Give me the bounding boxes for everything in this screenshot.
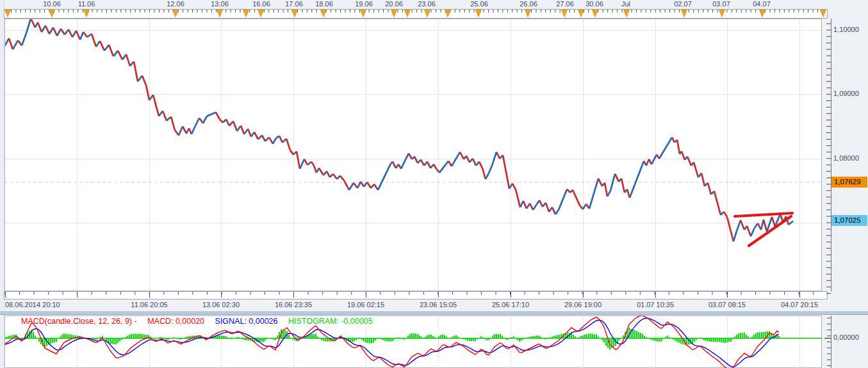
top-axis-date-label: 19.06 (355, 0, 373, 8)
top-axis-date-label: 27.06 (556, 0, 574, 8)
macd-formula-label: MACD(candle.Close, 12, 26, 9) - (21, 317, 137, 326)
top-axis-date-label: 25.06 (470, 0, 488, 8)
price-axis-label: 1,10000 (833, 26, 859, 33)
price-axis-ruler (826, 19, 831, 293)
top-axis-date-label: 18.06 (315, 0, 333, 8)
top-axis-date-label: 12.06 (167, 0, 184, 8)
top-axis-date-label: 26.06 (520, 0, 537, 8)
top-axis-date-label: 04.07 (753, 0, 771, 8)
top-axis-date-label: 13.06 (211, 0, 229, 8)
macd-value-label: MACD: 0,00020 (147, 317, 204, 326)
bottom-axis-time-label: 25.06 17:10 (492, 301, 529, 308)
top-axis-date-label: 02.07 (674, 0, 692, 8)
top-axis-date-label: 16.06 (252, 0, 270, 8)
top-axis-date-label: Jul (621, 0, 630, 8)
alert-price-tag[interactable]: 1,07629 (831, 177, 867, 188)
top-date-ruler (4, 10, 828, 19)
histogram-value-label: HISTOGRAM: -0,00005 (288, 317, 373, 326)
price-axis-label: 1,09000 (833, 90, 859, 97)
bottom-axis-time-label: 01.07 10:35 (637, 301, 674, 308)
top-axis-date-label: 03.07 (712, 0, 730, 8)
top-axis-date-label: 20.06 (385, 0, 403, 8)
bottom-axis-time-label: 29.06 19:00 (564, 301, 602, 308)
bottom-axis-time-label: 11.06 20:05 (131, 301, 167, 308)
bottom-axis-time-label: 23.06 15:05 (420, 301, 457, 308)
top-axis-date-label: 11.06 (78, 0, 95, 8)
bottom-axis-time-label: 03.07 08:15 (708, 301, 746, 308)
macd-axis-ruler (824, 316, 831, 368)
macd-zero-axis-label: 0,00000 (833, 333, 859, 341)
panel-separator[interactable] (0, 310, 868, 315)
bottom-axis-time-label: 04.07 20:15 (781, 301, 818, 308)
bottom-axis-time-label: 08.06.2014 20:10 (5, 301, 60, 308)
trading-chart-window: 10.0611.0612.0613.0616.0617.0618.0619.06… (0, 0, 868, 368)
bottom-axis-time-label: 19.06 02:15 (347, 301, 384, 308)
top-axis-date-label: 30.06 (585, 0, 603, 8)
price-axis-label: 1,08000 (833, 154, 859, 162)
bottom-axis-time-label: 16.06 23:35 (275, 301, 312, 308)
top-axis-date-label: 23.06 (418, 0, 436, 8)
top-axis-date-label: 17.06 (285, 0, 303, 8)
top-axis-date-label: 10.06 (43, 0, 61, 8)
bottom-axis-time-label: 13.06 02:30 (202, 301, 240, 308)
signal-value-label: SIGNAL: 0,00026 (215, 317, 278, 326)
current-price-tag[interactable]: 1,07025 (831, 215, 867, 226)
macd-indicator-header: MACD(candle.Close, 12, 26, 9) - MACD: 0,… (21, 317, 381, 326)
bottom-time-ruler (4, 292, 828, 300)
